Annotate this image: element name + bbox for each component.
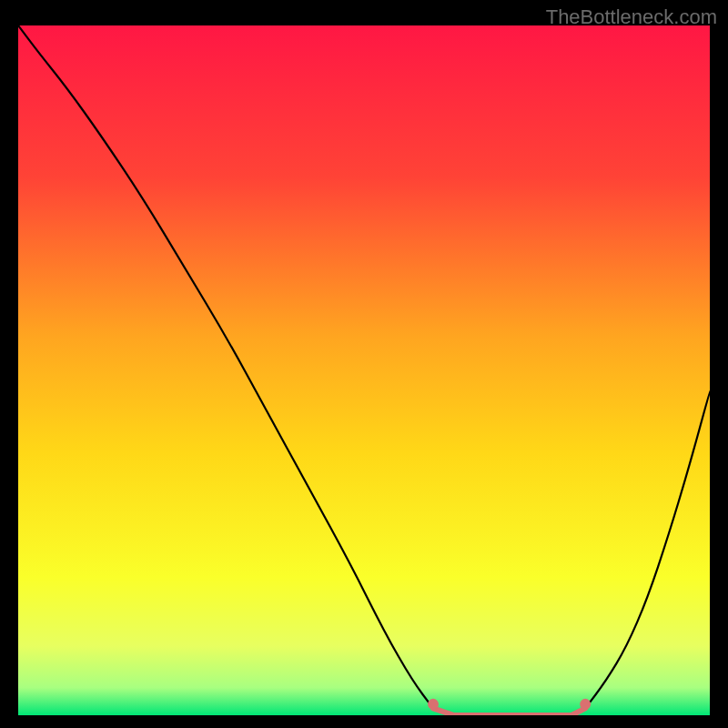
watermark-text: TheBottleneck.com — [546, 5, 717, 29]
optimal-band-dot-left — [428, 699, 439, 710]
curve-layer — [18, 25, 710, 715]
chart-container: TheBottleneck.com — [0, 0, 728, 728]
right-curve — [585, 391, 710, 709]
left-curve — [18, 25, 433, 708]
optimal-band-line — [433, 708, 585, 715]
plot-area — [18, 25, 710, 715]
optimal-band-dot-right — [580, 699, 591, 710]
